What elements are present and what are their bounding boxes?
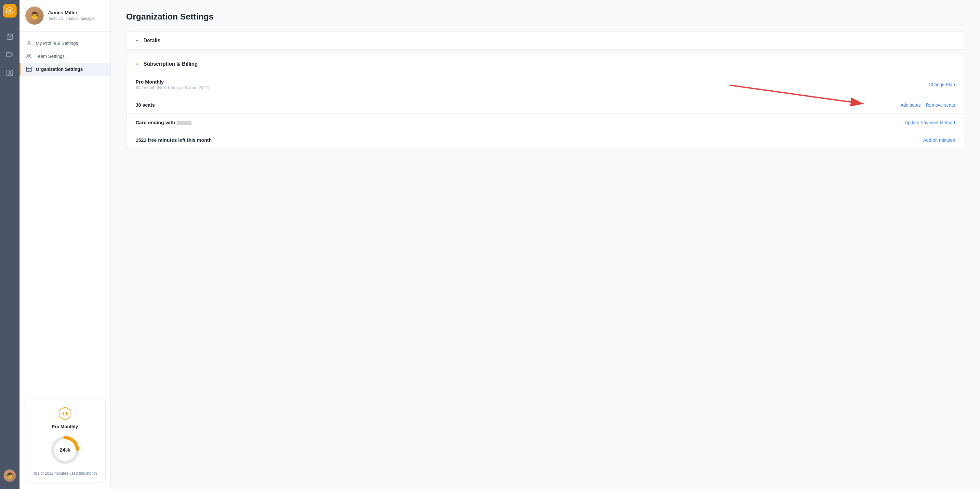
video-icon[interactable] [4,49,16,61]
plan-row-title: Pro Monthly [135,79,209,84]
main-content: Organization Settings Details Subscripti… [111,0,980,489]
team-icon [26,53,32,59]
calendar-icon[interactable] [4,30,16,42]
seats-billing-row: 38 seats Add seats Remove seats [126,96,964,114]
subscription-section-title: Subscription & Billing [143,61,198,67]
app-logo[interactable] [3,4,17,18]
svg-point-16 [30,55,31,56]
details-section: Details [126,32,964,50]
nav-label-team-settings: Team Settings [36,54,65,59]
details-section-header[interactable]: Details [126,32,964,49]
change-plan-button[interactable]: Change Plan [929,82,955,87]
plan-logo [57,406,73,421]
svg-point-15 [28,55,29,56]
sidebar-item-team-settings[interactable]: Team Settings [19,50,110,63]
user-profile: 👨 James Miller Technical product manager [19,0,110,32]
svg-rect-6 [7,34,13,40]
subscription-section: Subscription & Billing Pro Monthly $0 / … [126,55,964,149]
addon-minutes-button[interactable]: Add-on minutes [923,137,955,143]
svg-point-14 [28,41,30,43]
nav-label-org-settings: Organization Settings [36,67,83,72]
subscription-chevron-icon [134,61,140,67]
blurred-card-digits [177,121,191,125]
update-payment-button[interactable]: Update Payment Method [905,120,955,125]
sidebar-item-org-settings[interactable]: Organization Settings [19,63,110,76]
plan-name: Pro Monthly [52,424,78,429]
seats-row-title: 38 seats [135,102,155,108]
add-seats-button[interactable]: Add seats [900,102,921,108]
plan-card: Pro Monthly 24% 491 of 2012 minutes used… [24,400,106,483]
contacts-icon[interactable] [4,67,16,79]
subscription-section-header[interactable]: Subscription & Billing [126,55,964,73]
plan-billing-row: Pro Monthly $0 / month (Next billing at … [126,73,964,96]
svg-rect-17 [27,67,32,72]
svg-marker-10 [11,53,13,56]
details-section-title: Details [143,38,160,43]
card-row-title: Card ending with [135,119,191,125]
org-icon [26,66,32,72]
user-avatar: 👨 [25,6,44,25]
plan-usage: 491 of 2012 minutes used this month [33,471,97,476]
person-icon [26,40,32,46]
sidebar-item-my-profile[interactable]: My Profile & Settings [19,37,110,50]
minutes-billing-row: 1521 free minutes left this month Add-on… [126,131,964,148]
sidebar-nav: My Profile & Settings Team Settings Orga… [19,32,110,397]
svg-rect-12 [7,70,13,76]
subscription-section-body: Pro Monthly $0 / month (Next billing at … [126,73,964,148]
page-title: Organization Settings [126,12,964,22]
donut-percent: 24% [59,447,70,453]
sidebar: 👨 James Miller Technical product manager… [19,0,111,489]
donut-chart: 24% [49,434,81,466]
svg-rect-11 [6,53,11,57]
minutes-row-title: 1521 free minutes left this month [135,137,212,143]
user-avatar-icon-bar[interactable]: 👨 [3,470,16,482]
remove-seats-button[interactable]: Remove seats [926,102,955,108]
user-name: James Miller [48,10,95,15]
user-role: Technical product manager [48,16,95,21]
icon-bar: 👨 [0,0,19,489]
plan-row-subtitle: $0 / month (Next billing at 6 June 2022) [135,85,209,90]
nav-label-my-profile: My Profile & Settings [36,41,78,46]
details-chevron-icon [134,38,140,43]
svg-point-13 [9,71,11,73]
card-billing-row: Card ending with Update Payment Method [126,114,964,131]
